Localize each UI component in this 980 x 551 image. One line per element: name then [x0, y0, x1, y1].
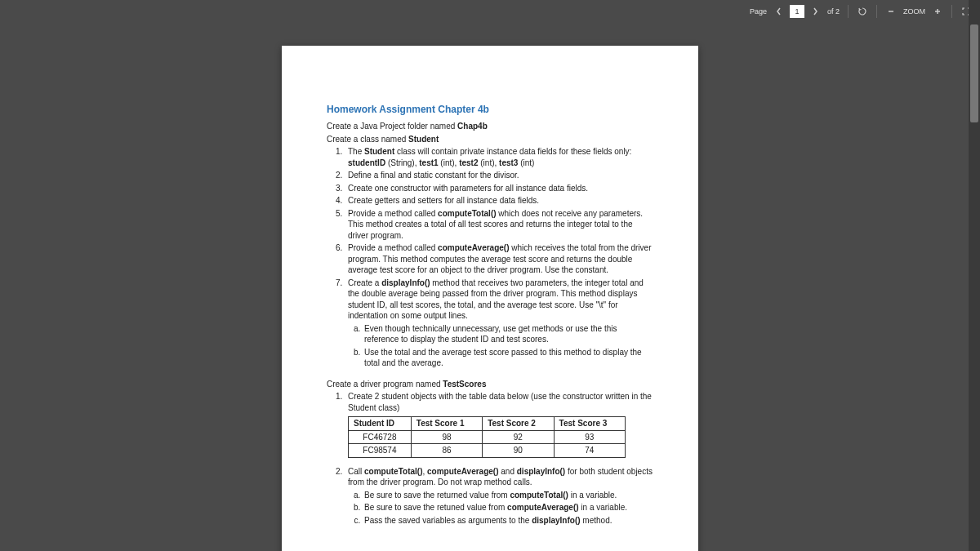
list-item: Call computeTotal(), computeAverage() an…: [345, 466, 653, 527]
list-item: Pass the saved variables as arguments to…: [363, 515, 653, 527]
ordered-sublist: Be sure to save the returned value from …: [363, 490, 653, 527]
table-header: Student ID: [349, 417, 412, 431]
document-viewport: Homework Assignment Chapter 4b Create a …: [0, 0, 980, 551]
document-page: Homework Assignment Chapter 4b Create a …: [282, 46, 698, 551]
scrollbar-thumb[interactable]: [970, 24, 978, 122]
list-item: Use the total and the average test score…: [363, 347, 653, 369]
table-header-row: Student ID Test Score 1 Test Score 2 Tes…: [349, 417, 626, 431]
ordered-list: The Student class will contain private i…: [345, 146, 653, 369]
paragraph: Create a driver program named TestScores: [327, 379, 653, 390]
data-table: Student ID Test Score 1 Test Score 2 Tes…: [348, 416, 626, 458]
list-item: Even though technically unnecessary, use…: [363, 323, 653, 345]
ordered-sublist: Even though technically unnecessary, use…: [363, 323, 653, 369]
list-item: Be sure to save the returned value from …: [363, 490, 653, 501]
list-item: Provide a method called computeAverage()…: [345, 242, 653, 276]
list-item: The Student class will contain private i…: [345, 146, 653, 168]
table-header: Test Score 3: [554, 417, 625, 431]
list-item: Be sure to save the retuned value from c…: [363, 502, 653, 513]
paragraph: Create a Java Project folder named Chap4…: [327, 121, 653, 132]
list-item: Create getters and setters for all insta…: [345, 195, 653, 207]
table-row: FC98574 86 90 74: [349, 444, 626, 458]
table-row: FC46728 98 92 93: [349, 430, 626, 444]
table-header: Test Score 1: [411, 417, 482, 431]
list-item: Create one constructor with parameters f…: [345, 183, 653, 194]
document-title: Homework Assignment Chapter 4b: [327, 103, 653, 116]
list-item: Create a displayInfo() method that recei…: [345, 278, 653, 369]
vertical-scrollbar[interactable]: [969, 0, 980, 551]
paragraph: Create a class named Student: [327, 134, 653, 145]
list-item: Provide a method called computeTotal() w…: [345, 208, 653, 242]
ordered-list: Create 2 student objects with the table …: [345, 391, 653, 526]
table-header: Test Score 2: [483, 417, 554, 431]
list-item: Create 2 student objects with the table …: [345, 391, 653, 458]
list-item: Define a final and static constant for t…: [345, 170, 653, 181]
